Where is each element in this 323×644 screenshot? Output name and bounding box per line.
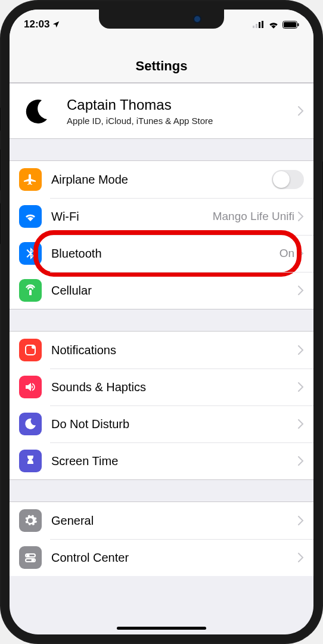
svg-rect-5 bbox=[284, 22, 296, 27]
row-airplane-mode[interactable]: Airplane Mode bbox=[10, 161, 313, 198]
chevron-right-icon bbox=[298, 249, 304, 258]
chevron-right-icon bbox=[298, 286, 304, 295]
cellular-signal-icon bbox=[253, 21, 265, 28]
sounds-icon bbox=[19, 376, 42, 398]
page-header: Settings bbox=[10, 36, 313, 83]
row-screen-time[interactable]: Screen Time bbox=[10, 442, 313, 479]
gear-icon bbox=[19, 509, 42, 532]
row-sounds[interactable]: Sounds & Haptics bbox=[10, 369, 313, 405]
row-general[interactable]: General bbox=[10, 502, 313, 539]
svg-point-8 bbox=[32, 345, 35, 349]
home-indicator[interactable] bbox=[117, 627, 206, 630]
svg-rect-1 bbox=[256, 24, 257, 28]
screen: 12:03 Settings Captain Thomas bbox=[10, 10, 313, 634]
screen-time-icon bbox=[19, 450, 42, 472]
profile-subtitle: Apple ID, iCloud, iTunes & App Store bbox=[67, 116, 298, 126]
profile-name: Captain Thomas bbox=[67, 97, 298, 113]
chevron-right-icon bbox=[298, 212, 304, 221]
row-apple-id[interactable]: Captain Thomas Apple ID, iCloud, iTunes … bbox=[10, 83, 313, 138]
row-control-center[interactable]: Control Center bbox=[10, 539, 313, 576]
dnd-label: Do Not Disturb bbox=[51, 417, 298, 431]
notch bbox=[99, 10, 224, 29]
airplane-icon bbox=[19, 168, 42, 191]
front-camera bbox=[194, 16, 200, 22]
control-center-icon bbox=[19, 546, 42, 569]
volume-down-button bbox=[0, 203, 1, 244]
svg-rect-3 bbox=[262, 21, 263, 28]
dnd-icon bbox=[19, 413, 42, 435]
svg-rect-2 bbox=[259, 22, 260, 28]
volume-up-button bbox=[0, 149, 1, 191]
status-time: 12:03 bbox=[24, 18, 49, 30]
svg-rect-6 bbox=[298, 23, 299, 26]
general-label: General bbox=[51, 514, 298, 528]
chevron-right-icon bbox=[298, 516, 304, 525]
avatar bbox=[19, 92, 57, 130]
row-notifications[interactable]: Notifications bbox=[10, 332, 313, 369]
group-connectivity: Airplane Mode Wi-Fi Mango Life Unifi Blu… bbox=[10, 160, 313, 309]
bluetooth-label: Bluetooth bbox=[51, 247, 279, 261]
sounds-label: Sounds & Haptics bbox=[51, 380, 298, 394]
cellular-label: Cellular bbox=[51, 284, 298, 298]
row-cellular[interactable]: Cellular bbox=[10, 272, 313, 309]
moon-avatar-icon bbox=[24, 97, 52, 125]
chevron-right-icon bbox=[298, 345, 304, 355]
row-bluetooth[interactable]: Bluetooth On bbox=[10, 235, 313, 272]
bluetooth-icon bbox=[19, 242, 42, 265]
group-profile: Captain Thomas Apple ID, iCloud, iTunes … bbox=[10, 83, 313, 139]
chevron-right-icon bbox=[298, 419, 304, 429]
svg-point-12 bbox=[32, 559, 35, 562]
airplane-toggle[interactable] bbox=[272, 170, 304, 189]
page-title: Settings bbox=[10, 58, 313, 74]
chevron-right-icon bbox=[298, 456, 304, 466]
airplane-label: Airplane Mode bbox=[51, 173, 272, 187]
chevron-right-icon bbox=[298, 553, 304, 562]
svg-point-10 bbox=[27, 554, 30, 557]
mute-switch bbox=[0, 107, 1, 131]
screen-time-label: Screen Time bbox=[51, 454, 298, 468]
wifi-icon bbox=[268, 20, 279, 29]
wifi-detail: Mango Life Unifi bbox=[213, 210, 294, 223]
control-center-label: Control Center bbox=[51, 551, 298, 565]
location-icon bbox=[52, 20, 60, 29]
wifi-label: Wi-Fi bbox=[51, 210, 213, 224]
wifi-settings-icon bbox=[19, 205, 42, 228]
device-frame: 12:03 Settings Captain Thomas bbox=[0, 0, 323, 644]
row-do-not-disturb[interactable]: Do Not Disturb bbox=[10, 405, 313, 442]
cellular-icon bbox=[19, 279, 42, 302]
group-general: General Control Center bbox=[10, 501, 313, 576]
bluetooth-detail: On bbox=[279, 247, 294, 260]
row-wifi[interactable]: Wi-Fi Mango Life Unifi bbox=[10, 198, 313, 235]
notifications-icon bbox=[19, 339, 42, 361]
group-notifications: Notifications Sounds & Haptics Do Not Di… bbox=[10, 331, 313, 480]
chevron-right-icon bbox=[298, 106, 304, 116]
svg-rect-0 bbox=[253, 26, 254, 28]
notifications-label: Notifications bbox=[51, 343, 298, 357]
chevron-right-icon bbox=[298, 382, 304, 392]
battery-icon bbox=[282, 21, 299, 29]
